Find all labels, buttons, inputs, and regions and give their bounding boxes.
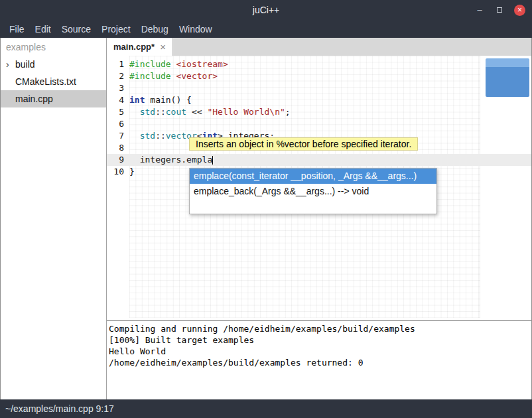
chevron-right-icon[interactable]: › (6, 59, 9, 70)
editor[interactable]: 1#include <iostream>2#include <vector>34… (107, 56, 531, 320)
output-line: Hello World (109, 346, 529, 357)
tab-bar: main.cpp*× (107, 38, 531, 56)
code-text (124, 118, 129, 130)
output-line: [100%] Built target examples (109, 334, 529, 346)
code-text: int main() { (124, 94, 192, 106)
menu-debug[interactable]: Debug (136, 22, 174, 36)
status-bar: ~/examples/main.cpp 9:17 (0, 399, 532, 418)
file-tree: ›buildCMakeLists.txtmain.cpp (1, 56, 106, 107)
autocomplete-popup: emplace(const_iterator __position, _Args… (189, 168, 437, 214)
code-line-2[interactable]: 2#include <vector> (107, 70, 531, 82)
line-number: 9 (107, 154, 124, 166)
sidebar-item-main-cpp[interactable]: main.cpp (1, 90, 106, 107)
code-text (124, 142, 129, 154)
tab-label: main.cpp* (113, 42, 155, 52)
file-name: CMakeLists.txt (15, 76, 76, 87)
text-cursor (212, 156, 213, 165)
line-number: 4 (107, 94, 124, 106)
sidebar: examples ›buildCMakeLists.txtmain.cpp (1, 38, 107, 399)
window-title: juCi++ (0, 5, 532, 15)
code-line-3[interactable]: 3 (107, 82, 531, 94)
close-button[interactable]: × (514, 5, 525, 16)
main-area: main.cpp*× 1#include <iostream>2#include… (107, 38, 531, 399)
tab-close-icon[interactable]: × (160, 41, 166, 52)
line-number: 8 (107, 142, 124, 154)
completion-item[interactable]: emplace(const_iterator __position, _Args… (190, 169, 436, 184)
menu-file[interactable]: File (4, 22, 30, 36)
code-text: std::cout << "Hello World\n"; (124, 106, 291, 118)
output-line: /home/eidheim/examples/build/examples re… (109, 357, 529, 368)
line-number: 10 (107, 166, 124, 178)
menu-bar: FileEditSourceProjectDebugWindow (0, 20, 532, 38)
output-line: Compiling and running /home/eidheim/exam… (109, 323, 529, 334)
menu-project[interactable]: Project (96, 22, 136, 36)
code-line-6[interactable]: 6 (107, 118, 531, 130)
code-line-5[interactable]: 5 std::cout << "Hello World\n"; (107, 106, 531, 118)
sidebar-item-build[interactable]: ›build (1, 56, 106, 73)
project-name: examples (1, 38, 106, 56)
code-line-4[interactable]: 4int main() { (107, 94, 531, 106)
completion-item[interactable]: emplace_back(_Args &&__args...) --> void (190, 184, 436, 199)
menu-edit[interactable]: Edit (30, 22, 56, 36)
line-number: 2 (107, 70, 124, 82)
line-number: 7 (107, 130, 124, 142)
scrollbar-thumb[interactable] (486, 58, 529, 97)
line-number: 6 (107, 118, 124, 130)
line-number: 3 (107, 82, 124, 94)
file-name: main.cpp (15, 94, 53, 104)
output-panel[interactable]: Compiling and running /home/eidheim/exam… (107, 320, 531, 399)
maximize-button[interactable] (494, 5, 505, 15)
code-lines: 1#include <iostream>2#include <vector>34… (107, 56, 531, 178)
line-number: 5 (107, 106, 124, 118)
menu-source[interactable]: Source (56, 22, 96, 36)
code-line-1[interactable]: 1#include <iostream> (107, 58, 531, 70)
window-controls: – × (474, 5, 532, 16)
file-name: build (15, 59, 35, 70)
line-number: 1 (107, 58, 124, 70)
code-text (124, 82, 129, 94)
doc-tooltip: Inserts an object in %vector before spec… (189, 137, 418, 151)
menu-window[interactable]: Window (174, 22, 218, 36)
code-text: #include <vector> (124, 70, 218, 82)
maximize-icon (497, 7, 502, 13)
code-text: #include <iostream> (124, 58, 228, 70)
window-body: examples ›buildCMakeLists.txtmain.cpp ma… (0, 38, 532, 399)
status-file-position: ~/examples/main.cpp 9:17 (5, 403, 114, 414)
juci-window: juCi++ – × FileEditSourceProjectDebugWin… (0, 0, 532, 418)
code-text: } (124, 166, 135, 178)
minimize-button[interactable]: – (474, 5, 485, 15)
code-text: integers.empla (124, 154, 213, 166)
code-line-9[interactable]: 9 integers.empla (107, 154, 531, 166)
sidebar-item-cmakelists-txt[interactable]: CMakeLists.txt (1, 73, 106, 90)
titlebar: juCi++ – × (0, 0, 532, 20)
tab-main-cpp[interactable]: main.cpp*× (107, 38, 173, 56)
